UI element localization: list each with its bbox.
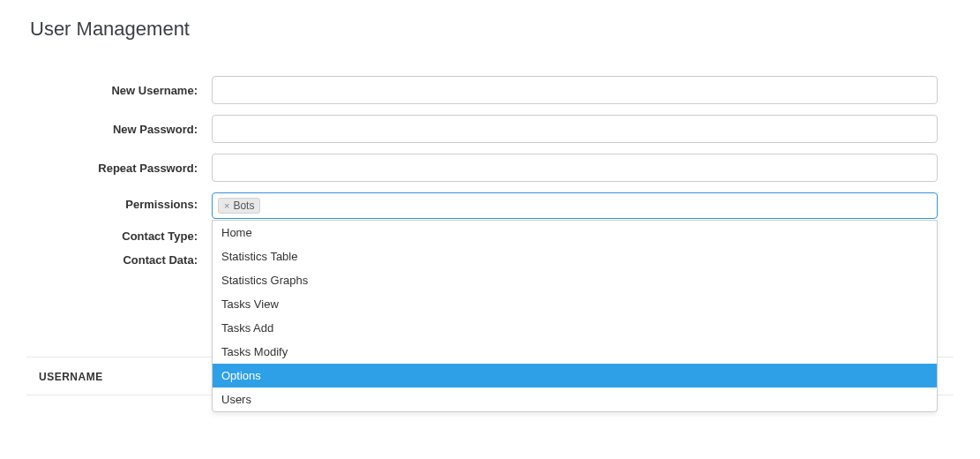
remove-tag-icon[interactable]: × bbox=[224, 200, 229, 211]
label-new-password: New Password: bbox=[26, 123, 212, 136]
permission-tag[interactable]: × Bots bbox=[218, 198, 260, 214]
label-contact-data: Contact Data: bbox=[26, 253, 212, 267]
permission-tag-label: Bots bbox=[233, 199, 254, 212]
page-title: User Management bbox=[26, 18, 954, 41]
permissions-dropdown: HomeStatistics TableStatistics GraphsTas… bbox=[212, 220, 938, 412]
label-permissions: Permissions: bbox=[26, 192, 212, 211]
permissions-option[interactable]: Tasks Modify bbox=[213, 340, 937, 364]
repeat-password-input[interactable] bbox=[212, 154, 938, 182]
new-password-input[interactable] bbox=[212, 115, 938, 143]
new-username-input[interactable] bbox=[212, 76, 938, 104]
permissions-option[interactable]: Statistics Graphs bbox=[213, 268, 937, 292]
permissions-option[interactable]: Tasks Add bbox=[213, 316, 937, 340]
label-contact-type: Contact Type: bbox=[26, 230, 212, 243]
permissions-option[interactable]: Statistics Table bbox=[213, 245, 937, 268]
column-header-username: USERNAME bbox=[39, 371, 103, 383]
permissions-option[interactable]: Tasks View bbox=[213, 292, 937, 316]
label-repeat-password: Repeat Password: bbox=[26, 162, 212, 175]
label-new-username: New Username: bbox=[26, 84, 212, 97]
permissions-option[interactable]: Users bbox=[213, 388, 937, 411]
permissions-option[interactable]: Options bbox=[213, 364, 937, 388]
permissions-option[interactable]: Home bbox=[213, 221, 937, 245]
permissions-multiselect[interactable]: × Bots bbox=[212, 192, 938, 219]
